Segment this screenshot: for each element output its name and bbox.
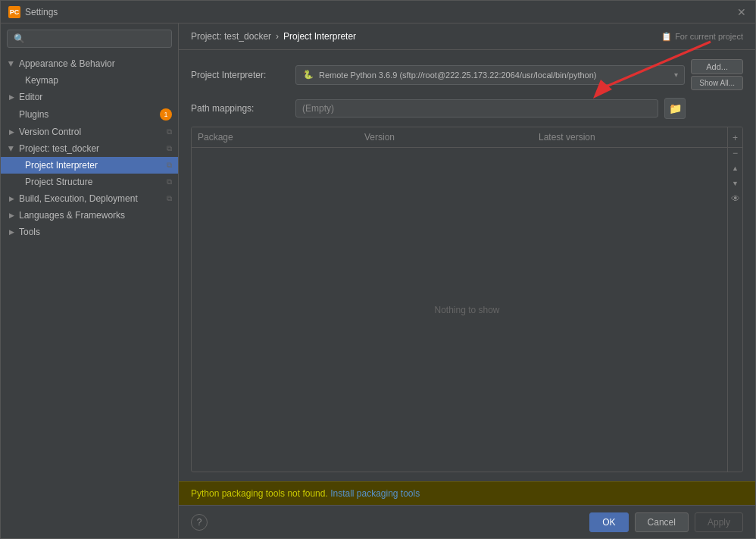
- scope-indicator: 📋 For current project: [661, 32, 743, 42]
- vcs-copy-icon: ⧉: [167, 127, 172, 136]
- interpreter-copy-icon: ⧉: [167, 161, 172, 170]
- panel-body: Project Interpreter: 🐍 Remote Python 3.6…: [179, 50, 755, 481]
- sidebar-item-project-structure[interactable]: Project Structure ⧉: [1, 174, 178, 190]
- arrow-icon: ▶: [7, 211, 16, 220]
- sidebar-item-label: Project Interpreter: [25, 160, 98, 171]
- sidebar-item-label: Editor: [19, 92, 42, 102]
- footer: ? OK Cancel Apply: [179, 505, 755, 538]
- search-input[interactable]: [28, 33, 165, 44]
- sidebar-item-languages[interactable]: ▶ Languages & Frameworks: [1, 207, 178, 224]
- ok-button[interactable]: OK: [589, 512, 628, 532]
- plugins-badge: 1: [160, 108, 172, 121]
- warning-bar: Python packaging tools not found. Instal…: [179, 481, 755, 505]
- apply-button[interactable]: Apply: [695, 512, 743, 532]
- folder-button[interactable]: 📁: [664, 98, 686, 119]
- close-button[interactable]: ✕: [736, 6, 748, 18]
- scope-text: For current project: [675, 32, 743, 41]
- path-label: Path mappings:: [191, 103, 289, 114]
- search-box[interactable]: 🔍: [7, 30, 172, 48]
- arrow-icon: ▶: [7, 194, 16, 203]
- folder-icon: 📁: [669, 102, 682, 114]
- arrow-icon: ▶: [7, 144, 16, 153]
- breadcrumb: Project: test_docker › Project Interpret…: [179, 24, 755, 50]
- sidebar-item-label: Plugins: [19, 109, 48, 120]
- sidebar-item-project[interactable]: ▶ Project: test_docker ⧉: [1, 140, 178, 157]
- window-title: Settings: [25, 7, 736, 17]
- breadcrumb-project: Project: test_docker: [191, 31, 271, 42]
- sidebar-item-project-interpreter[interactable]: Project Interpreter ⧉: [1, 157, 178, 174]
- sidebar-item-build-execution[interactable]: ▶ Build, Execution, Deployment ⧉: [1, 190, 178, 207]
- dropdown-arrow-icon: ▾: [674, 71, 678, 79]
- sidebar-item-label: Appearance & Behavior: [19, 58, 115, 69]
- path-mappings-row: Path mappings: (Empty) 📁: [191, 98, 743, 119]
- table-header: Package Version Latest version: [192, 127, 742, 148]
- arrow-icon: ▶: [7, 227, 16, 237]
- interpreter-select[interactable]: 🐍 Remote Python 3.6.9 (sftp://root@222.2…: [295, 65, 685, 85]
- footer-left: ?: [191, 514, 208, 531]
- sidebar-item-label: Build, Execution, Deployment: [19, 193, 138, 204]
- sidebar-item-tools[interactable]: ▶ Tools: [1, 224, 178, 240]
- sidebar-item-label: Languages & Frameworks: [19, 210, 125, 221]
- main-content: 🔍 ▶ Appearance & Behavior Keymap ▶ Edito…: [1, 24, 755, 538]
- sidebar-item-editor[interactable]: ▶ Editor: [1, 89, 178, 105]
- eye-button[interactable]: 👁: [729, 193, 742, 205]
- install-link[interactable]: Install packaging tools: [330, 488, 420, 499]
- build-copy-icon: ⧉: [167, 194, 172, 203]
- sidebar-section: ▶ Appearance & Behavior Keymap ▶ Editor …: [1, 54, 178, 242]
- right-panel: Project: test_docker › Project Interpret…: [179, 24, 755, 538]
- col-package-header: Package: [198, 132, 364, 143]
- python-icon: 🐍: [302, 69, 314, 81]
- package-table: Package Version Latest version Nothing t…: [191, 127, 743, 472]
- search-icon: 🔍: [14, 33, 25, 44]
- interpreter-action-buttons: Add... Show All...: [691, 59, 743, 90]
- titlebar: PC Settings ✕: [1, 1, 755, 24]
- add-package-button[interactable]: +: [729, 132, 742, 144]
- downgrade-package-button[interactable]: ▼: [729, 177, 742, 190]
- sidebar-item-keymap[interactable]: Keymap: [1, 72, 178, 89]
- path-value-text: (Empty): [302, 103, 334, 114]
- col-latest-header: Latest version: [539, 132, 736, 143]
- empty-text: Nothing to show: [434, 305, 499, 315]
- scope-icon: 📋: [661, 32, 672, 42]
- sidebar-item-plugins[interactable]: ▶ Plugins 1: [1, 105, 178, 124]
- settings-window: PC Settings ✕ 🔍 ▶ Appearance & Behavior …: [0, 0, 756, 539]
- help-button[interactable]: ?: [191, 514, 208, 531]
- table-actions: + − ▲ ▼ 👁: [727, 127, 742, 472]
- sidebar-item-label: Keymap: [25, 75, 58, 86]
- arrow-icon: ▶: [7, 59, 16, 68]
- arrow-icon: ▶: [7, 92, 16, 102]
- add-interpreter-button[interactable]: Add...: [691, 59, 743, 74]
- sidebar-item-version-control[interactable]: ▶ Version Control ⧉: [1, 124, 178, 140]
- interpreter-value: Remote Python 3.6.9 (sftp://root@222.25.…: [319, 71, 670, 80]
- interpreter-row: Project Interpreter: 🐍 Remote Python 3.6…: [191, 59, 743, 90]
- interpreter-label: Project Interpreter:: [191, 70, 289, 80]
- breadcrumb-current: Project Interpreter: [283, 31, 356, 42]
- path-mappings-value: (Empty): [295, 99, 658, 118]
- arrow-icon: ▶: [7, 127, 16, 136]
- sidebar-item-appearance[interactable]: ▶ Appearance & Behavior: [1, 55, 178, 72]
- sidebar-item-label: Version Control: [19, 127, 81, 137]
- structure-copy-icon: ⧉: [167, 177, 172, 186]
- sidebar-item-label: Project Structure: [25, 177, 92, 187]
- app-icon: PC: [8, 6, 20, 18]
- warning-text: Python packaging tools not found.: [191, 488, 328, 499]
- sidebar-item-label: Project: test_docker: [19, 143, 99, 154]
- col-version-header: Version: [364, 132, 539, 143]
- sidebar-item-label: Tools: [19, 227, 40, 237]
- upgrade-package-button[interactable]: ▲: [729, 162, 742, 174]
- show-all-button[interactable]: Show All...: [691, 76, 743, 90]
- cancel-button[interactable]: Cancel: [635, 512, 689, 532]
- table-body: Nothing to show: [192, 148, 742, 472]
- remove-package-button[interactable]: −: [729, 147, 742, 159]
- project-copy-icon: ⧉: [167, 144, 172, 153]
- sidebar: 🔍 ▶ Appearance & Behavior Keymap ▶ Edito…: [1, 24, 179, 538]
- breadcrumb-separator: ›: [276, 31, 279, 42]
